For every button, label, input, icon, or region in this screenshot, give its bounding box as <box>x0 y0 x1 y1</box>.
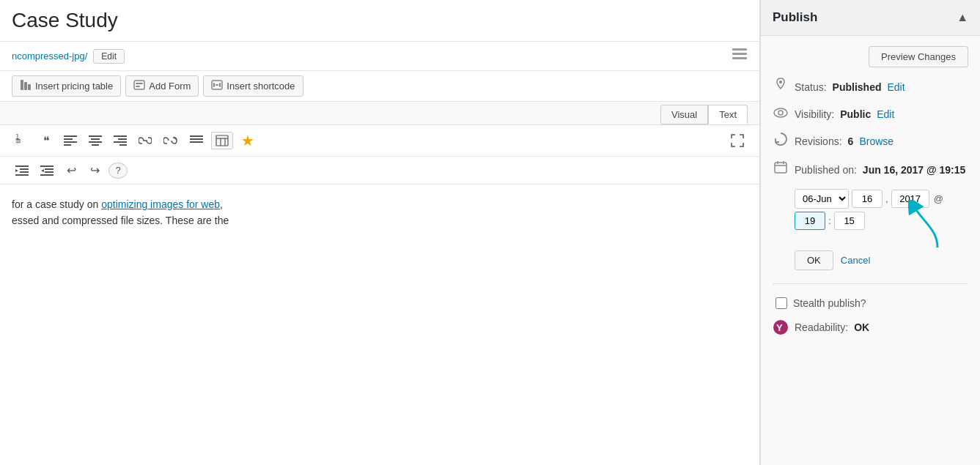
svg-rect-41 <box>40 165 54 167</box>
form-icon <box>133 79 145 93</box>
visibility-edit-link[interactable]: Edit <box>877 108 894 120</box>
svg-rect-26 <box>119 144 127 146</box>
link-icon[interactable] <box>135 133 155 148</box>
url-bar: ncompressed-jpg/ Edit <box>0 42 759 71</box>
publish-title: Publish <box>773 10 817 25</box>
insert-toolbar: Insert pricing table Add Form <box>0 71 759 102</box>
align-right-icon[interactable] <box>110 133 130 148</box>
svg-rect-43 <box>45 171 54 173</box>
publish-header: Publish ▲ <box>761 0 980 36</box>
format-toolbar-2: ↩ ↪ ? <box>0 157 759 185</box>
divider <box>773 283 968 284</box>
svg-rect-20 <box>91 138 100 140</box>
status-row: Status: Published Edit <box>773 78 968 96</box>
svg-point-46 <box>779 81 782 83</box>
svg-rect-11 <box>219 83 221 87</box>
tab-visual[interactable]: Visual <box>660 105 708 124</box>
svg-text:1: 1 <box>15 134 20 141</box>
revisions-row: Revisions: 6 Browse <box>773 132 968 150</box>
svg-rect-24 <box>118 138 127 140</box>
hour-input[interactable] <box>795 212 825 230</box>
tab-text[interactable]: Text <box>708 105 748 124</box>
svg-rect-31 <box>190 141 203 143</box>
collapse-publish-button[interactable]: ▲ <box>957 11 968 24</box>
indent-icon[interactable] <box>12 163 32 178</box>
svg-rect-23 <box>114 135 127 137</box>
svg-text:Y: Y <box>776 322 783 333</box>
svg-rect-19 <box>89 135 102 137</box>
unlink-icon[interactable] <box>160 133 182 148</box>
calendar-icon <box>773 160 789 179</box>
svg-rect-1 <box>732 53 747 55</box>
day-input[interactable] <box>852 190 883 208</box>
minute-input[interactable] <box>834 212 865 230</box>
add-form-button[interactable]: Add Form <box>125 75 199 97</box>
visibility-icon <box>773 106 789 122</box>
svg-rect-4 <box>24 82 27 90</box>
content-link[interactable]: optimizing images for web <box>101 198 220 210</box>
insert-shortcode-button[interactable]: Insert shortcode <box>203 75 303 97</box>
svg-rect-38 <box>20 171 29 173</box>
stealth-checkbox[interactable] <box>775 297 787 309</box>
redo-icon[interactable]: ↪ <box>85 161 104 179</box>
status-value: Published <box>833 81 882 93</box>
svg-marker-45 <box>41 169 44 172</box>
status-edit-link[interactable]: Edit <box>888 81 905 93</box>
edit-permalink-button[interactable]: Edit <box>93 49 125 64</box>
svg-rect-37 <box>20 168 29 170</box>
svg-rect-8 <box>136 86 140 87</box>
published-on-value: Jun 16, 2017 @ 19:15 <box>863 164 966 176</box>
fullscreen-icon[interactable] <box>727 132 748 149</box>
table-icon[interactable] <box>211 132 233 149</box>
revisions-label: Revisions: <box>795 135 842 147</box>
stealth-row: Stealth publish? <box>775 297 968 309</box>
svg-rect-32 <box>216 135 228 146</box>
svg-rect-18 <box>64 144 71 146</box>
stealth-label: Stealth publish? <box>793 297 866 309</box>
publish-sidebar: Publish ▲ Preview Changes Status: Publis… <box>760 0 980 465</box>
svg-marker-40 <box>15 169 18 172</box>
ok-button[interactable]: OK <box>795 250 833 270</box>
permalink-url[interactable]: ncompressed-jpg/ <box>12 51 87 62</box>
hr-icon[interactable] <box>186 133 207 148</box>
preview-changes-button[interactable]: Preview Changes <box>869 46 968 67</box>
outdent-icon[interactable] <box>37 163 57 178</box>
editor-content[interactable]: for a case study on optimizing images fo… <box>0 185 759 465</box>
readability-row: Y Readability: OK <box>773 319 968 335</box>
svg-rect-12 <box>215 84 218 86</box>
svg-rect-2 <box>732 57 747 59</box>
yoast-icon: Y <box>773 319 789 335</box>
cancel-link[interactable]: Cancel <box>841 255 870 266</box>
svg-rect-17 <box>64 141 77 143</box>
svg-rect-22 <box>92 144 99 146</box>
visibility-row: Visibility: Public Edit <box>773 106 968 122</box>
svg-point-47 <box>774 108 787 117</box>
align-left-icon[interactable] <box>60 133 81 148</box>
pricing-table-icon <box>20 79 32 93</box>
help-icon[interactable]: ? <box>108 163 128 179</box>
undo-icon[interactable]: ↩ <box>62 161 81 179</box>
svg-rect-39 <box>15 174 29 176</box>
published-on-label: Published on: <box>795 164 857 176</box>
svg-rect-16 <box>64 138 73 140</box>
ok-cancel-row: OK Cancel <box>795 250 968 270</box>
toolbar-icon <box>732 48 748 64</box>
date-comma: , <box>885 193 888 204</box>
arrow-annotation <box>908 200 967 251</box>
revisions-browse-link[interactable]: Browse <box>859 135 894 147</box>
list-icon[interactable]: ≡ 1 <box>12 132 32 149</box>
star-icon[interactable]: ★ <box>237 130 258 152</box>
align-center-icon[interactable] <box>85 133 106 148</box>
post-title[interactable]: Case Study <box>12 9 748 32</box>
svg-rect-36 <box>15 165 29 167</box>
status-label: Status: <box>795 81 827 93</box>
format-toolbar-1: ≡ 1 ❝ <box>0 125 759 157</box>
editor-tabs: Visual Text <box>0 102 759 125</box>
shortcode-icon <box>211 79 223 93</box>
blockquote-icon[interactable]: ❝ <box>37 132 56 150</box>
revisions-icon <box>773 132 789 150</box>
svg-rect-44 <box>40 174 54 176</box>
svg-rect-30 <box>190 138 203 140</box>
month-select[interactable]: 06-Jun <box>795 189 849 209</box>
insert-pricing-table-button[interactable]: Insert pricing table <box>12 75 121 97</box>
